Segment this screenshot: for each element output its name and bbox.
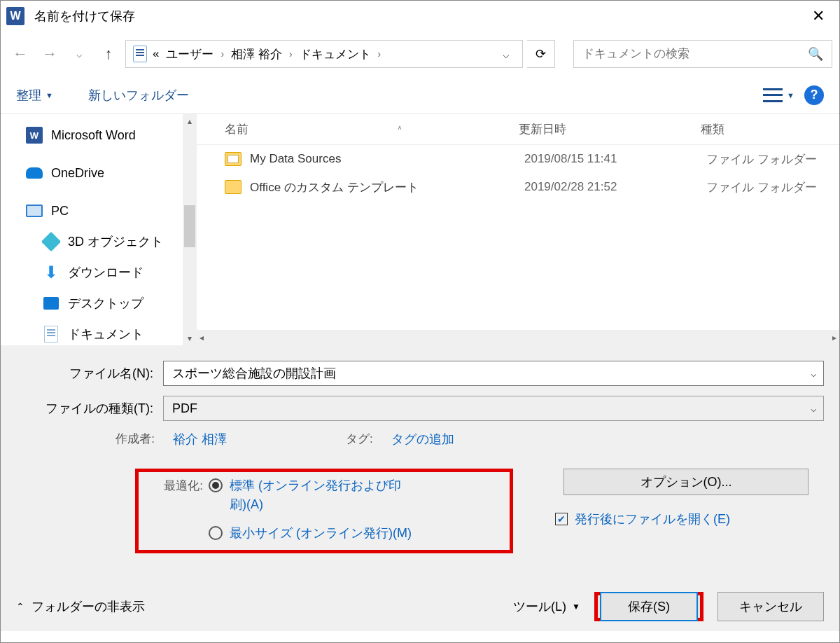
sidebar-item-downloads[interactable]: ⬇ ダウンロード [1,257,197,288]
sidebar-item-onedrive[interactable]: OneDrive [1,158,197,188]
help-icon[interactable]: ? [804,85,824,105]
onedrive-icon [26,165,43,181]
save-button-highlighted: 保存(S) [594,592,704,621]
cancel-button[interactable]: キャンセル [718,592,824,621]
document-icon [43,326,59,343]
dialog-title: 名前を付けて保存 [34,8,135,25]
sidebar-item-desktop[interactable]: デスクトップ [1,288,197,319]
author-label: 作成者: [16,431,163,448]
file-list: 名前 ＾ 更新日時 種類 My Data Sources 2019/08/15 … [197,114,839,345]
desktop-icon [43,295,59,312]
file-name: Office のカスタム テンプレート [250,179,524,195]
author-value[interactable]: 裕介 相澤 [173,431,227,448]
scroll-right-icon[interactable]: ▸ [832,333,836,343]
column-headers: 名前 ＾ 更新日時 種類 [197,114,839,145]
list-view-icon [763,88,783,102]
scroll-thumb[interactable] [184,205,195,247]
filetype-select[interactable]: PDF ⌵ [163,396,824,421]
breadcrumb-part[interactable]: 相澤 裕介 [231,46,282,62]
radio-optimize-standard[interactable]: 標準 (オンライン発行および印刷)(A) [209,476,412,514]
sort-caret-icon: ＾ [396,123,404,135]
cube-icon [43,233,59,250]
word-icon: W [26,127,43,144]
optimize-group-highlighted: 最適化: 標準 (オンライン発行および印刷)(A) 最小サイズ (オンライン発行… [135,469,513,553]
back-button[interactable]: ← [8,41,33,67]
tag-value[interactable]: タグの追加 [391,431,454,448]
filetype-label: ファイルの種類(T): [16,400,163,417]
open-after-checkbox[interactable]: ✔ 発行後にファイルを開く(E) [555,511,824,527]
chevron-down-icon[interactable]: ⌵ [811,368,816,379]
chevron-right-icon: › [289,48,293,60]
hide-folders-button[interactable]: ⌃ フォルダーの非表示 [16,598,145,615]
breadcrumb-prefix: « [153,47,159,61]
breadcrumb[interactable]: « ユーザー › 相澤 裕介 › ドキュメント › [153,46,381,62]
search-input[interactable] [582,47,808,61]
address-dropdown[interactable]: ⌵ [497,48,515,61]
close-button[interactable]: ✕ [803,1,834,32]
chevron-up-icon: ⌃ [16,601,24,612]
folder-icon [225,152,241,166]
folder-icon [225,180,241,194]
file-name: My Data Sources [250,152,524,166]
optimize-label: 最適化: [146,476,209,543]
breadcrumb-part[interactable]: ドキュメント [300,46,371,62]
bottom-bar: ⌃ フォルダーの非表示 ツール(L) ▼ 保存(S) キャンセル [1,582,839,631]
word-app-icon: W [6,7,24,25]
filename-label: ファイル名(N): [16,365,163,382]
file-row[interactable]: My Data Sources 2019/08/15 11:41 ファイル フォ… [197,145,839,173]
location-icon [133,46,147,62]
nav-row: ← → ⌵ ↑ « ユーザー › 相澤 裕介 › ドキュメント › ⌵ ⟳ 🔍 [1,32,839,76]
save-button[interactable]: 保存(S) [600,592,698,621]
options-section: 最適化: 標準 (オンライン発行および印刷)(A) 最小サイズ (オンライン発行… [16,469,824,553]
recent-button[interactable]: ⌵ [66,41,92,67]
chevron-right-icon: › [220,48,224,60]
column-date[interactable]: 更新日時 [519,121,694,137]
breadcrumb-part[interactable]: ユーザー [166,46,214,62]
filename-input[interactable]: スポーツ総合施設の開設計画 ⌵ [163,361,824,386]
address-bar[interactable]: « ユーザー › 相澤 裕介 › ドキュメント › ⌵ [125,40,523,68]
file-type: ファイル フォルダー [699,151,839,167]
file-type: ファイル フォルダー [699,179,839,195]
titlebar: W 名前を付けて保存 ✕ [1,1,839,32]
checkbox-checked-icon: ✔ [555,513,568,525]
download-icon: ⬇ [43,264,59,281]
up-button[interactable]: ↑ [96,41,121,67]
column-name[interactable]: 名前 ＾ [197,121,519,137]
file-browser: W Microsoft Word OneDrive PC 3D オブジェクト ⬇… [1,114,839,345]
horizontal-scrollbar[interactable]: ◂ ▸ [197,330,839,345]
forward-button[interactable]: → [37,41,62,67]
sidebar-item-word[interactable]: W Microsoft Word [1,120,197,151]
pc-icon [26,202,43,219]
organize-button[interactable]: 整理 ▼ [16,87,53,104]
chevron-down-icon: ▼ [787,91,794,99]
new-folder-button[interactable]: 新しいフォルダー [88,87,189,104]
radio-unselected-icon [209,526,223,540]
view-mode-button[interactable]: ▼ [763,88,794,102]
column-type[interactable]: 種類 [694,121,839,137]
search-icon[interactable]: 🔍 [808,46,823,62]
sidebar-scrollbar[interactable]: ▴ ▾ [183,114,197,345]
sidebar-item-documents[interactable]: ドキュメント [1,319,197,345]
radio-optimize-minimum[interactable]: 最小サイズ (オンライン発行)(M) [209,524,412,543]
chevron-right-icon: › [378,48,382,60]
sidebar-item-pc[interactable]: PC [1,195,197,226]
scroll-up-icon[interactable]: ▴ [188,114,192,128]
options-button[interactable]: オプション(O)... [564,469,808,495]
chevron-down-icon: ▼ [46,91,53,99]
file-date: 2019/02/28 21:52 [524,180,699,194]
radio-selected-icon [209,478,223,492]
toolbar: 整理 ▼ 新しいフォルダー ▼ ? [1,76,839,114]
filetype-row: ファイルの種類(T): PDF ⌵ [16,396,824,421]
search-box[interactable]: 🔍 [573,40,832,68]
tools-menu[interactable]: ツール(L) ▼ [513,598,580,615]
chevron-down-icon[interactable]: ⌵ [811,403,816,414]
file-date: 2019/08/15 11:41 [524,152,699,166]
scroll-down-icon[interactable]: ▾ [188,331,192,345]
sidebar-item-3d[interactable]: 3D オブジェクト [1,226,197,257]
tag-label: タグ: [346,431,382,448]
filename-row: ファイル名(N): スポーツ総合施設の開設計画 ⌵ [16,361,824,386]
file-row[interactable]: Office のカスタム テンプレート 2019/02/28 21:52 ファイ… [197,173,839,201]
refresh-button[interactable]: ⟳ [527,40,555,68]
scroll-left-icon[interactable]: ◂ [200,333,204,343]
chevron-down-icon: ▼ [572,602,580,611]
